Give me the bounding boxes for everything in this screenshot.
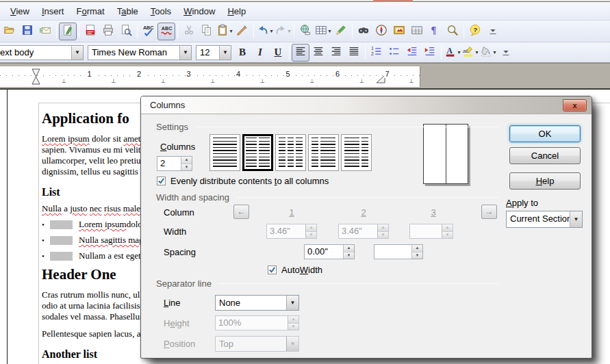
paste-button[interactable]: ▾: [216, 23, 233, 40]
email-button[interactable]: [36, 23, 54, 40]
align-left-button[interactable]: [292, 44, 309, 62]
decrease-indent-button[interactable]: [403, 44, 421, 62]
columns-count-spinner[interactable]: 2 ▲▼: [157, 156, 192, 171]
undo-dropdown-arrow[interactable]: ▾: [270, 28, 273, 34]
bullet-list-button[interactable]: [385, 44, 403, 62]
menu-item-help[interactable]: Help: [221, 4, 252, 18]
cancel-button[interactable]: Cancel: [509, 147, 581, 164]
toolbar-overflow-button[interactable]: [497, 44, 515, 62]
spellcheck-button[interactable]: ABC: [140, 23, 157, 40]
align-right-button[interactable]: [327, 44, 345, 62]
font-color-dropdown-arrow[interactable]: ▾: [457, 49, 461, 55]
save-icon: [21, 24, 34, 38]
width-spacing-group-label: Width and spacing: [156, 192, 234, 203]
navigator-button[interactable]: [372, 23, 390, 40]
svg-text:?: ?: [473, 26, 477, 34]
export-pdf-button[interactable]: [81, 23, 99, 40]
chevron-down-icon[interactable]: ▼: [286, 296, 298, 310]
auto-spellcheck-button[interactable]: ABC: [157, 23, 175, 40]
formatting-marks-icon: ¶: [429, 24, 441, 38]
menu-item-table[interactable]: Table: [111, 4, 144, 18]
line-style-dropdown[interactable]: None ▼: [215, 295, 299, 311]
underline-button[interactable]: U: [269, 44, 287, 62]
align-center-button[interactable]: [309, 44, 327, 62]
spin-up-icon[interactable]: ▲: [181, 157, 192, 164]
highlighting-button[interactable]: ab▾: [461, 44, 479, 62]
help-icon: ?: [469, 24, 481, 38]
chevron-down-icon[interactable]: ▼: [570, 211, 582, 227]
chevron-down-icon[interactable]: ▼: [219, 46, 231, 60]
page-preview-button[interactable]: [117, 23, 135, 40]
numbered-list-button[interactable]: 12: [368, 44, 385, 62]
formatting-marks-button[interactable]: ¶: [426, 23, 444, 40]
help-button[interactable]: ?: [466, 23, 484, 40]
gallery-button[interactable]: [390, 23, 408, 40]
menu-item-view[interactable]: View: [4, 4, 36, 18]
chevron-down-icon[interactable]: ▼: [71, 46, 83, 60]
align-justify-icon: [348, 45, 360, 60]
toolbar-overflow-button[interactable]: [484, 23, 502, 40]
preset-left-narrow[interactable]: [308, 134, 339, 171]
edit-file-button[interactable]: [59, 23, 77, 40]
preset-right-narrow[interactable]: [341, 134, 372, 171]
close-icon[interactable]: x: [563, 99, 587, 112]
column-prev-button[interactable]: ←: [233, 205, 249, 219]
font-size-combo[interactable]: 12 ▼: [196, 45, 231, 60]
highlighting-dropdown-arrow[interactable]: ▾: [475, 49, 479, 55]
background-color-dropdown-arrow[interactable]: ▾: [493, 49, 496, 55]
italic-button[interactable]: I: [251, 44, 269, 62]
help-button[interactable]: Help: [509, 172, 581, 190]
format-paintbrush-button[interactable]: [233, 23, 251, 40]
horizontal-ruler[interactable]: 1234567⊥⊥⊥⊥⊥⊥⊥⊥: [0, 66, 420, 87]
font-name-combo[interactable]: Times New Roman ▼: [88, 45, 192, 60]
table-dropdown-arrow[interactable]: ▾: [328, 28, 331, 34]
undo-button[interactable]: ▾: [256, 23, 274, 40]
increase-indent-button[interactable]: [421, 44, 439, 62]
background-color-button[interactable]: ▾: [479, 44, 497, 62]
find-replace-button[interactable]: [355, 23, 372, 40]
print-button[interactable]: [99, 23, 117, 40]
apply-to-dropdown[interactable]: Current Section ▼: [506, 211, 583, 228]
spin-down-icon: ▼: [442, 231, 453, 239]
paragraph-style-combo[interactable]: ext body ▼: [0, 45, 84, 60]
menu-item-insert[interactable]: Insert: [36, 4, 71, 18]
hyperlink-button[interactable]: [296, 23, 314, 40]
preset-three-columns[interactable]: [275, 134, 306, 171]
ok-button[interactable]: OK: [509, 125, 581, 142]
align-justify-button[interactable]: [345, 44, 363, 62]
save-button[interactable]: [18, 23, 36, 40]
data-sources-button[interactable]: [408, 23, 426, 40]
spin-down-icon[interactable]: ▼: [181, 164, 192, 171]
open-button[interactable]: [1, 23, 18, 40]
bold-button[interactable]: B: [233, 44, 251, 62]
dialog-titlebar[interactable]: Columns x: [141, 96, 592, 114]
spin-up-icon[interactable]: ▲: [344, 245, 354, 252]
font-color-button[interactable]: A▾: [444, 44, 461, 62]
column-next-button[interactable]: →: [481, 205, 497, 219]
evenly-distribute-checkbox[interactable]: [157, 177, 166, 185]
redo-dropdown-arrow[interactable]: ▾: [288, 28, 291, 34]
left-indent-marker[interactable]: [31, 68, 40, 86]
background-color-icon: [480, 45, 492, 60]
text-run: ullamcorper, velit leo pretium: [42, 155, 148, 166]
cut-button: [180, 23, 198, 40]
preset-two-columns[interactable]: [242, 134, 273, 171]
autowidth-checkbox[interactable]: [268, 265, 277, 274]
menu-item-tools[interactable]: Tools: [144, 4, 177, 18]
chevron-down-icon[interactable]: ▼: [179, 46, 191, 60]
spacing-1-spinner[interactable]: 0.00" ▲▼: [304, 244, 355, 259]
table-button[interactable]: ▾: [314, 23, 332, 40]
paste-dropdown-arrow[interactable]: ▾: [229, 28, 233, 34]
menu-item-window[interactable]: Window: [177, 4, 221, 18]
spin-down-icon[interactable]: ▼: [344, 252, 354, 259]
width-1-value: 3.46": [267, 224, 305, 238]
preset-column-stripes: [361, 138, 368, 168]
preset-one-column[interactable]: [209, 134, 240, 171]
draw-functions-button[interactable]: [332, 23, 350, 40]
column-nav-label: Column: [164, 207, 194, 218]
menu-item-format[interactable]: Format: [70, 4, 110, 18]
toolbar-separator: [352, 25, 353, 38]
align-right-icon: [330, 45, 342, 60]
copy-button[interactable]: [198, 23, 216, 40]
zoom-button[interactable]: [444, 23, 461, 40]
